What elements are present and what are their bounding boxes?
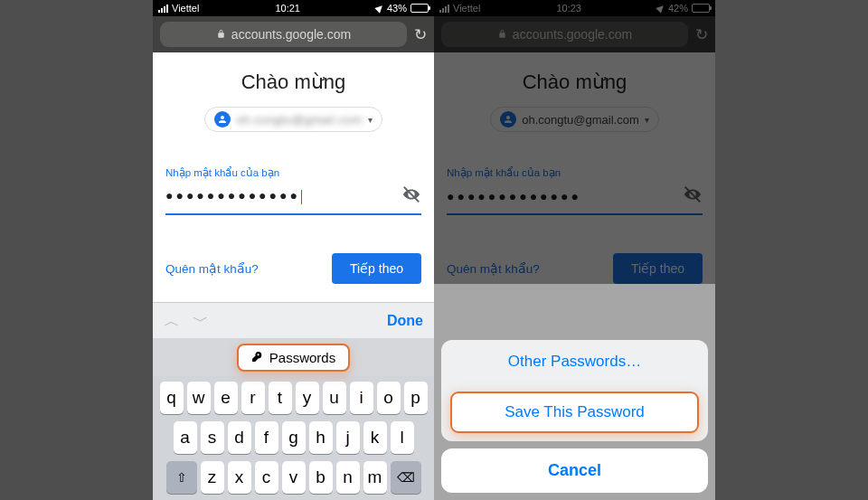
- address-bar: accounts.google.com ↻: [153, 16, 434, 52]
- keyboard-accessory: ︿ ﹀ Done: [153, 302, 434, 338]
- phone-right: Viettel 10:23 42% accounts.google.com ↻ …: [434, 0, 715, 500]
- clock: 10:21: [275, 3, 300, 14]
- action-sheet: Other Passwords… Save This Password Canc…: [441, 340, 708, 493]
- carrier-label: Viettel: [172, 3, 199, 14]
- key-j[interactable]: j: [336, 421, 360, 454]
- account-email: oh.congtu@gmail.com: [236, 113, 362, 127]
- action-sheet-group: Other Passwords… Save This Password: [441, 340, 708, 441]
- key-m[interactable]: m: [363, 461, 387, 494]
- phone-left: Viettel 10:21 43% accounts.google.com ↻ …: [153, 0, 434, 500]
- key-w[interactable]: w: [187, 382, 211, 414]
- key-r[interactable]: r: [241, 382, 265, 414]
- prev-field-arrow-icon[interactable]: ︿: [164, 310, 180, 332]
- autofill-bar: Passwords: [153, 338, 434, 376]
- keyboard-row-1: qwertyuiop: [156, 382, 431, 414]
- save-this-password-button[interactable]: Save This Password: [450, 392, 699, 433]
- key-n[interactable]: n: [336, 461, 360, 494]
- key-s[interactable]: s: [201, 421, 224, 454]
- keyboard-row-3: ⇧ zxcvbnm ⌫: [156, 461, 431, 494]
- account-chip[interactable]: oh.congtu@gmail.com ▾: [204, 107, 382, 132]
- key-v[interactable]: v: [282, 461, 306, 494]
- location-icon: [374, 3, 384, 13]
- key-e[interactable]: e: [214, 382, 238, 414]
- key-g[interactable]: g: [282, 421, 306, 454]
- key-p[interactable]: p: [404, 382, 428, 414]
- key-d[interactable]: d: [228, 421, 251, 454]
- key-k[interactable]: k: [363, 421, 387, 454]
- password-label: Nhập mật khẩu của bạn: [165, 166, 421, 179]
- done-button[interactable]: Done: [387, 313, 423, 329]
- other-passwords-button[interactable]: Other Passwords…: [441, 340, 708, 383]
- visibility-off-icon[interactable]: [401, 184, 421, 208]
- key-t[interactable]: t: [269, 382, 292, 414]
- password-value: ●●●●●●●●●●●●●: [165, 188, 401, 203]
- shift-key[interactable]: ⇧: [166, 461, 197, 494]
- avatar-icon: [214, 111, 231, 127]
- actions-row: Quên mật khẩu? Tiếp theo: [165, 253, 421, 284]
- password-field[interactable]: ●●●●●●●●●●●●●: [165, 181, 421, 215]
- battery-pct: 43%: [387, 3, 407, 14]
- key-i[interactable]: i: [350, 382, 373, 414]
- text-cursor: [301, 190, 303, 204]
- key-z[interactable]: z: [201, 461, 224, 494]
- next-button[interactable]: Tiếp theo: [332, 253, 421, 284]
- page-content: Chào mừng oh.congtu@gmail.com ▾ Nhập mật…: [153, 52, 434, 284]
- key-u[interactable]: u: [323, 382, 346, 414]
- key-c[interactable]: c: [255, 461, 278, 494]
- key-icon: [251, 350, 263, 365]
- keyboard-row-2: asdfghjkl: [156, 421, 431, 454]
- passwords-autofill-label: Passwords: [269, 350, 335, 365]
- key-y[interactable]: y: [296, 382, 319, 414]
- key-f[interactable]: f: [255, 421, 278, 454]
- reload-icon[interactable]: ↻: [414, 25, 427, 44]
- passwords-autofill-button[interactable]: Passwords: [237, 344, 350, 372]
- key-o[interactable]: o: [377, 382, 401, 414]
- key-l[interactable]: l: [391, 421, 414, 454]
- next-field-arrow-icon[interactable]: ﹀: [193, 310, 209, 332]
- key-x[interactable]: x: [228, 461, 251, 494]
- cancel-button[interactable]: Cancel: [441, 448, 708, 493]
- backspace-key[interactable]: ⌫: [391, 461, 421, 494]
- key-b[interactable]: b: [309, 461, 333, 494]
- key-q[interactable]: q: [160, 382, 184, 414]
- chevron-down-icon: ▾: [368, 115, 373, 125]
- page-title: Chào mừng: [165, 71, 421, 94]
- status-bar: Viettel 10:21 43%: [153, 0, 434, 16]
- signal-icon: [158, 5, 168, 13]
- battery-icon: [410, 4, 429, 13]
- key-h[interactable]: h: [309, 421, 333, 454]
- forgot-password-link[interactable]: Quên mật khẩu?: [165, 261, 259, 276]
- keyboard: qwertyuiop asdfghjkl ⇧ zxcvbnm ⌫ 123 ☺ 🎤…: [153, 376, 434, 500]
- address-pill[interactable]: accounts.google.com: [160, 22, 407, 47]
- key-a[interactable]: a: [174, 421, 197, 454]
- lock-icon: [216, 27, 226, 42]
- address-text: accounts.google.com: [231, 27, 351, 42]
